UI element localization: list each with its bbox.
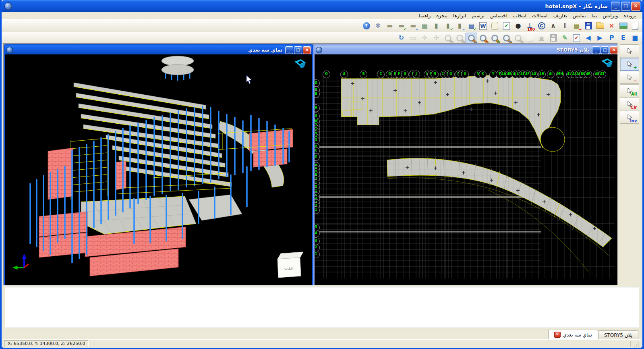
application-window: hotel.snpX - سازه نگار _ □ × پروندهویرای… (0, 0, 644, 349)
settings-gear-icon[interactable]: ✱ (372, 21, 384, 31)
draw-slab-icon[interactable]: ▦ (419, 21, 431, 31)
select-all-button[interactable]: All (620, 84, 639, 97)
plan-view-icon[interactable]: P (606, 33, 617, 44)
tab-close-icon[interactable]: × (554, 332, 561, 338)
image-export-icon[interactable] (617, 21, 629, 31)
report-scroll-icon[interactable] (489, 21, 501, 31)
pointer-remove-button[interactable]: − (620, 71, 639, 84)
grid-bubble: J (412, 71, 420, 78)
check-beam-icon[interactable]: ▬✔ (396, 21, 407, 31)
pointer-add-button[interactable]: + (620, 58, 639, 71)
load-cases-check-icon[interactable]: ✔ (501, 21, 512, 31)
window-title: hotel.snpX - سازه نگار (545, 3, 608, 9)
coordinates-readout: X: 65350.0, Y: 14300.0, Z: 26250.0 (4, 340, 89, 347)
tab-label: پلان STORY5 (604, 331, 632, 339)
plan-minimize-button[interactable]: _ (592, 46, 600, 54)
menu-item[interactable]: نمایش (570, 12, 589, 19)
minimize-button[interactable]: _ (611, 2, 620, 11)
plan-maximize-button[interactable]: □ (601, 46, 609, 54)
menu-item[interactable]: تعاریف (551, 12, 570, 19)
3d-maximize-button[interactable]: □ (294, 46, 302, 54)
new-document-icon[interactable] (629, 21, 641, 31)
menu-item[interactable]: پرونده (621, 12, 639, 19)
view-cube[interactable]: عقب (277, 252, 303, 278)
pointer-cursor-icon (626, 48, 633, 54)
menu-item[interactable]: راهنما (416, 12, 434, 19)
zoom-in-icon[interactable]: + (489, 33, 501, 44)
zoom-previous-icon[interactable]: ↩ (442, 33, 454, 44)
message-pane[interactable] (5, 287, 639, 328)
replicate-beam-icon[interactable]: ▬» (407, 21, 419, 31)
check-column-icon[interactable]: ▮✔ (442, 21, 454, 31)
slab-pattern-export-icon[interactable]: ▦→ (571, 21, 582, 31)
grid-bubble: 4H (538, 71, 546, 78)
steel-section-icon[interactable]: I (559, 21, 571, 31)
3d-close-button[interactable]: × (303, 46, 311, 54)
menu-item[interactable]: انتخاب (510, 12, 529, 19)
grab-hand-icon[interactable]: ✛ (419, 33, 431, 44)
center-of-gravity-icon[interactable]: G (536, 21, 547, 31)
mass-weight-icon[interactable]: ● (512, 21, 524, 31)
select-clear-button[interactable]: Clr (620, 98, 639, 110)
zoom-mode-icon[interactable] (454, 33, 466, 44)
plan-close-button[interactable]: × (610, 46, 618, 54)
resize-grip[interactable] (634, 342, 640, 347)
print-preview-icon[interactable] (524, 33, 536, 44)
grid-bubble: 4R (584, 71, 592, 78)
replicate-column-icon[interactable]: ▮» (454, 21, 466, 31)
menu-item[interactable]: ابزارها (450, 12, 469, 19)
print-icon[interactable]: ▣ (536, 33, 547, 44)
maximize-button[interactable]: □ (621, 2, 630, 11)
refresh-redraw-icon[interactable]: ↻ (396, 33, 407, 44)
selection-toolbar: + − All Clr Inv (617, 43, 641, 285)
zoom-out-icon[interactable]: − (477, 33, 489, 44)
zoom-extents-icon[interactable]: ✛ (501, 33, 512, 44)
3d-structural-model: عقب (5, 54, 310, 283)
support-icon[interactable]: ⊥100 (524, 21, 536, 31)
select-invert-button[interactable]: Inv (620, 111, 639, 124)
pan-hand-icon[interactable]: ✛ (431, 33, 442, 44)
toolbar-standard: ×▦→I∧G⊥100●✔W▤✔▮»▮✔▮▦▬»▬✔▬✱? (2, 19, 642, 32)
zoom-window-icon[interactable]: ▫ (466, 33, 477, 44)
open-file-icon[interactable] (594, 21, 606, 31)
previous-view-icon[interactable]: ◀ (582, 33, 594, 44)
draw-column-icon[interactable]: ▮ (431, 21, 442, 31)
tab-plan-story5[interactable]: پلان STORY5 (598, 330, 638, 339)
annotate-pen-icon[interactable]: ✎ (559, 33, 571, 44)
zoom-free-icon[interactable] (512, 33, 524, 44)
analyze-building-icon[interactable]: ▤✔ (466, 21, 477, 31)
plan-viewport[interactable]: OABCDEFGIJHMN1CPOPSUVKYTAA4B4C4D4E4F4G4H… (315, 54, 619, 285)
grid-bubble: C (377, 71, 385, 78)
save-view-icon[interactable] (547, 33, 559, 44)
help-icon[interactable]: ? (360, 21, 372, 31)
menu-item[interactable]: پنجره (433, 12, 450, 19)
3d-window-titlebar[interactable]: نماي سه بعدي _ □ × (5, 46, 312, 54)
truss-bridge-icon[interactable]: ∧ (547, 21, 559, 31)
grid-bubble: MH (556, 71, 564, 78)
menu-item[interactable]: اختصاص (487, 12, 510, 19)
model-exchange-icon[interactable]: × (606, 21, 617, 31)
menu-item[interactable]: ویرایش (600, 12, 621, 19)
word-export-icon[interactable]: W (477, 21, 489, 31)
tab-label: نماي سه بعدي (563, 331, 592, 339)
pointer-select-button[interactable] (620, 44, 639, 57)
3d-viewport[interactable]: عقب (5, 54, 312, 285)
display-options-icon[interactable]: ✔ (571, 33, 582, 44)
save-file-icon[interactable] (582, 21, 594, 31)
close-button[interactable]: × (631, 2, 640, 11)
view-3d-cube-icon[interactable]: ■ (629, 33, 641, 44)
menu-item[interactable]: نما (589, 12, 600, 19)
next-view-icon[interactable]: ▶ (594, 33, 606, 44)
draw-beam-icon[interactable]: ▬ (384, 21, 396, 31)
tab-3d-view[interactable]: نماي سه بعدي × (548, 330, 598, 339)
3d-minimize-button[interactable]: _ (285, 46, 293, 54)
plan-window-titlebar[interactable]: پلان STORY5 _ □ × (315, 46, 619, 54)
status-separator (630, 341, 631, 347)
select-rectangle-icon[interactable]: ▭ (407, 33, 419, 44)
titlebar[interactable]: hotel.snpX - سازه نگار _ □ × (2, 0, 642, 12)
menu-item[interactable]: اتصالات (529, 12, 551, 19)
grid-bubble: A (340, 71, 348, 78)
menu-item[interactable]: ترسیم (469, 12, 487, 19)
grid-bubble: U (461, 71, 469, 78)
elevation-view-icon[interactable]: E (617, 33, 629, 44)
